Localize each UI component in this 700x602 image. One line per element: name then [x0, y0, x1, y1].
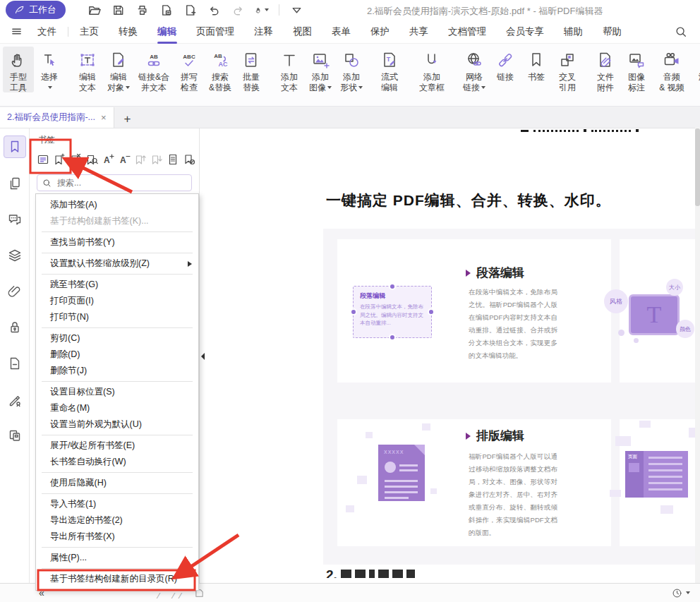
menu-item-print-pages[interactable]: 打印页面(I): [36, 293, 198, 309]
menu-item-print-section[interactable]: 打印节(N): [36, 309, 198, 325]
toc-page-icon[interactable]: [167, 153, 179, 166]
ribbon-link-merge-text[interactable]: AB链接&合并文本: [134, 47, 174, 92]
sidebar-item-layers[interactable]: [4, 245, 25, 266]
increase-text-size-icon[interactable]: A: [102, 153, 114, 166]
ribbon-batch-replace[interactable]: 批量替换: [236, 47, 267, 92]
menu-help[interactable]: 帮助: [603, 25, 622, 38]
menu-item-add-bookmark[interactable]: 添加书签(A): [36, 197, 198, 213]
new-page-icon[interactable]: [183, 3, 197, 17]
menu-item-export-selected-bookmarks[interactable]: 导出选定的书签(2): [36, 512, 198, 529]
menu-file[interactable]: 文件: [37, 25, 56, 38]
document-tab[interactable]: 2.福昕会员使用指南-... ×: [0, 107, 114, 128]
sidebar-item-comments[interactable]: [4, 209, 25, 230]
ribbon-link[interactable]: 链接: [490, 47, 521, 83]
menu-item-export-all-bookmarks[interactable]: 导出所有书签(X): [36, 529, 198, 545]
ribbon-edit-object[interactable]: 编辑对象: [103, 47, 134, 92]
ribbon-add-text[interactable]: 添加文本: [274, 47, 305, 92]
menu-page-management[interactable]: 页面管理: [196, 25, 234, 38]
ribbon-spell-check[interactable]: ABC拼写检查: [174, 47, 205, 92]
menu-item-properties[interactable]: 属性(P)...: [36, 550, 198, 566]
sidebar-item-bookmarks[interactable]: [4, 136, 26, 158]
ribbon-web-link[interactable]: 网络链接: [459, 47, 490, 92]
sidebar-item-pages[interactable]: [4, 173, 25, 194]
menu-item-go-to-bookmark[interactable]: 跳至书签(G): [36, 277, 198, 293]
move-bookmark-down-icon[interactable]: [150, 153, 163, 166]
menu-form[interactable]: 表单: [332, 25, 351, 38]
sidebar-item-security[interactable]: [4, 317, 25, 338]
ribbon-flow-edit[interactable]: T流式编辑: [374, 47, 405, 92]
menu-item-hide-after-use[interactable]: 使用后隐藏(H): [36, 475, 198, 491]
menu-item-wrap-long-bookmarks[interactable]: 长书签自动换行(W): [36, 454, 198, 470]
ribbon-select[interactable]: 选择: [34, 47, 65, 92]
ribbon-bookmark[interactable]: 书签: [521, 47, 552, 83]
bookmark-search-input[interactable]: [56, 177, 186, 188]
find-current-bookmark-icon[interactable]: [85, 153, 98, 166]
scrollbar-thumb[interactable]: [695, 128, 700, 206]
menu-item-set-destination[interactable]: 设置目标位置(S): [36, 384, 198, 400]
redo-icon[interactable]: [231, 3, 245, 17]
svg-text:AB: AB: [214, 53, 222, 59]
ribbon-add-3d[interactable]: 添加3D: [692, 47, 700, 92]
panel-collapse-handle[interactable]: [200, 128, 206, 584]
menu-item-rename[interactable]: 重命名(M): [36, 400, 198, 416]
export-page-icon[interactable]: [159, 3, 173, 17]
spell-check-icon: ABC: [180, 51, 198, 70]
ribbon-search-replace[interactable]: ABAC搜索&替换: [205, 47, 236, 92]
menu-item-find-current-bookmark[interactable]: 查找当前书签(Y): [36, 234, 198, 251]
add-bookmark-icon[interactable]: [53, 153, 66, 166]
document-view[interactable]: 一键搞定 PDF编辑、合并、转换、水印。 段落编辑 在段落中编辑文本，免除布局之…: [206, 128, 700, 584]
ribbon-edit-text[interactable]: 编辑文本: [72, 47, 103, 92]
menu-member-exclusive[interactable]: 会员专享: [506, 25, 544, 38]
open-file-icon[interactable]: [87, 3, 101, 17]
vertical-scrollbar[interactable]: [695, 127, 700, 583]
bookmark-options-icon[interactable]: [37, 153, 49, 166]
sidebar-item-destinations[interactable]: [4, 353, 25, 374]
customize-toolbar-icon[interactable]: [289, 3, 303, 17]
menu-item-use-current-appearance-as-default[interactable]: 设置当前外观为默认(U): [36, 416, 198, 433]
menu-item-set-default-zoom-level[interactable]: 设置默认书签缩放级别(Z): [36, 255, 198, 272]
workspace-button[interactable]: 工作台: [6, 1, 66, 19]
menu-share[interactable]: 共享: [409, 25, 428, 38]
ribbon-audio-video[interactable]: 音频& 视频: [652, 47, 692, 92]
linked-pages-icon: [7, 428, 23, 443]
menu-convert[interactable]: 转换: [119, 25, 138, 38]
delete-bookmark-icon[interactable]: [69, 153, 82, 166]
new-tab-button[interactable]: +: [124, 113, 131, 125]
menu-comment[interactable]: 注释: [254, 25, 273, 38]
menu-item-import-bookmarks[interactable]: 导入书签(1): [36, 496, 198, 512]
menu-item-delete-section[interactable]: 删除节(J): [36, 363, 198, 379]
decrease-text-size-icon[interactable]: A: [118, 153, 131, 166]
menu-edit[interactable]: 编辑: [157, 25, 176, 38]
ribbon-add-shape[interactable]: 添加形状: [336, 47, 367, 92]
ribbon-add-image[interactable]: 添加图像: [305, 47, 336, 92]
ribbon-hand-tool[interactable]: 手型工具: [3, 47, 34, 92]
reading-timer-control[interactable]: [672, 588, 690, 598]
hand-gesture-icon[interactable]: [255, 3, 269, 17]
ribbon-cross-reference[interactable]: 交叉引用: [552, 47, 583, 92]
bookmark-search-box[interactable]: [37, 174, 192, 191]
menu-item-cut[interactable]: 剪切(C): [36, 330, 198, 347]
ribbon-image-annotation[interactable]: 图像标注: [621, 47, 652, 92]
search-icon[interactable]: [675, 25, 687, 38]
hide-after-use-icon[interactable]: [183, 153, 195, 166]
menu-protect[interactable]: 保护: [370, 25, 390, 38]
print-icon[interactable]: [135, 3, 149, 17]
menu-item-delete[interactable]: 删除(D): [36, 347, 198, 363]
sidebar-item-signatures[interactable]: [4, 389, 25, 410]
section-title: 段落编辑: [466, 265, 524, 281]
hamburger-menu-icon[interactable]: [11, 26, 22, 37]
move-bookmark-up-icon[interactable]: [134, 153, 147, 166]
undo-icon[interactable]: [207, 3, 221, 17]
sidebar-item-articles[interactable]: [4, 425, 25, 446]
sidebar-item-attachments[interactable]: [4, 281, 25, 302]
menu-accessibility[interactable]: 辅助: [564, 25, 583, 38]
menu-document-management[interactable]: 文档管理: [448, 25, 486, 38]
ribbon-file-attachment[interactable]: 文件附件: [590, 47, 621, 92]
close-tab-icon[interactable]: ×: [101, 112, 107, 123]
menu-item-create-toc-from-bookmark-structure[interactable]: 基于书签结构创建新的目录页(R): [36, 571, 198, 587]
menu-item-expand-collapse-all-bookmarks[interactable]: 展开/收起所有书签(E): [36, 438, 198, 454]
menu-view[interactable]: 视图: [293, 25, 312, 38]
save-icon[interactable]: [111, 3, 125, 17]
menu-home[interactable]: 主页: [80, 25, 99, 38]
ribbon-add-article-box[interactable]: 添加文章框: [412, 47, 452, 92]
